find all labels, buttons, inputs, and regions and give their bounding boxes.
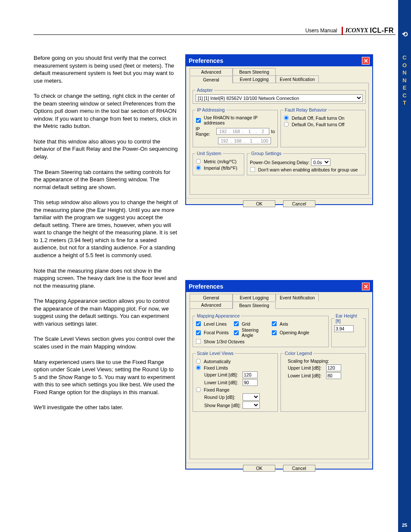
fault-off-radio[interactable]: [284, 115, 289, 121]
body-text: Before going on you should first verify …: [34, 54, 178, 419]
auto-radio[interactable]: [196, 359, 201, 364]
side-c: C: [398, 54, 411, 62]
tab-panel-general: Adapter [1] [1] Intel(R) 82562V 10/100 N…: [190, 83, 369, 195]
use-rhaon-label: Use RHAON to manage IP addresses: [204, 115, 275, 125]
page-header: Users Manual ICONYX ICL-FR: [305, 27, 394, 34]
ok-button[interactable]: OK: [243, 465, 275, 472]
scale-legend: Scale Level Views: [196, 351, 235, 356]
close-icon[interactable]: ✕: [362, 283, 370, 290]
opening-angle-checkbox[interactable]: [272, 330, 277, 335]
tab-row-2: General Event Logging Event Notification: [186, 75, 372, 83]
auto-label: Automatically: [204, 359, 230, 364]
cancel-button[interactable]: Cancel: [283, 465, 315, 472]
ear-height-input[interactable]: [334, 325, 354, 332]
para-1: Before going on you should first verify …: [34, 54, 178, 84]
dialog-titlebar: Preferences ✕: [186, 55, 372, 66]
dont-warn-checkbox[interactable]: [250, 167, 255, 172]
opening-angle-label: Opening Angle: [280, 330, 309, 335]
metric-radio[interactable]: [196, 159, 201, 164]
lower-limit-input[interactable]: [243, 379, 258, 386]
group-settings-group: Group Settings Power-On Sequencing Delay…: [247, 151, 366, 175]
para-8: The Scale Level Views section gives you …: [34, 335, 178, 350]
mapping-appearance-group: Mapping Appearance Level Lines Grid Axis…: [193, 313, 329, 347]
side-e: E: [398, 84, 411, 92]
fixed-limits-radio[interactable]: [196, 365, 201, 370]
tab-event-logging[interactable]: Event Logging: [233, 294, 276, 301]
tab-panel-beam: Mapping Appearance Level Lines Grid Axis…: [190, 308, 369, 459]
metric-label: Metric (m/kg/°C): [204, 159, 237, 164]
para-3: Note that this window also allows you to…: [34, 138, 178, 161]
ip-range-label: IP Range:: [196, 126, 215, 137]
group-legend: Group Settings: [250, 151, 283, 156]
adapter-group: Adapter [1] [1] Intel(R) 82562V 10/100 N…: [193, 87, 366, 104]
product-logo: ICONYX ICL-FR: [342, 27, 394, 34]
tab-beam-steering[interactable]: Beam Steering: [233, 68, 276, 75]
upper-limit-input[interactable]: [243, 371, 258, 378]
para-4: The Beam Steering tab contains the setti…: [34, 168, 178, 191]
tab-event-logging[interactable]: Event Logging: [233, 75, 276, 83]
color-upper-input[interactable]: [326, 364, 341, 371]
tab-general[interactable]: General: [190, 294, 233, 301]
show-octaves-checkbox[interactable]: [196, 339, 201, 344]
side-n2: N: [398, 77, 411, 84]
side-t: T: [398, 99, 411, 107]
steering-angle-checkbox[interactable]: [234, 330, 239, 335]
tab-row-1: Advanced Beam Steering: [186, 66, 372, 75]
cancel-button[interactable]: Cancel: [283, 200, 315, 207]
level-lines-checkbox[interactable]: [196, 321, 201, 327]
preferences-dialog-general: Preferences ✕ Advanced Beam Steering Gen…: [185, 54, 373, 205]
tab-general[interactable]: General: [190, 76, 233, 83]
adapter-select[interactable]: [1] [1] Intel(R) 82562V 10/100 Network C…: [196, 94, 363, 102]
color-legend-group: Color Legend Scaling for Mapping: Upper …: [280, 351, 366, 412]
preferences-dialog-beam-steering: Preferences ✕ General Event Logging Even…: [185, 280, 373, 470]
lower-limit-label: Lower Limit [dB]:: [204, 380, 241, 385]
focal-points-label: Focal Points: [204, 330, 232, 335]
fault-on-label: Default On, Fault turns Off: [292, 122, 344, 127]
header-rule: [34, 34, 395, 35]
adapter-legend: Adapter: [196, 87, 214, 93]
fixed-limits-label: Fixed Limits: [204, 365, 228, 370]
unit-system-group: Unit System Metric (m/kg/°C) Imperial (f…: [193, 151, 244, 175]
dont-warn-label: Don't warn when enabling attributes for …: [258, 167, 358, 172]
ok-button[interactable]: OK: [243, 200, 275, 207]
dialog-title: Preferences: [189, 57, 223, 64]
fault-on-radio[interactable]: [284, 122, 289, 127]
tab-advanced[interactable]: Advanced: [190, 68, 233, 75]
fixed-range-radio[interactable]: [196, 387, 201, 392]
side-strip: ⟲ C O N N E C T 25: [398, 0, 411, 532]
close-icon[interactable]: ✕: [362, 57, 370, 65]
tab-advanced[interactable]: Advanced: [190, 301, 233, 308]
ip-to[interactable]: 192.168.1.100: [218, 137, 271, 144]
grid-checkbox[interactable]: [234, 321, 239, 327]
para-10: We'll investigate the other tabs later.: [34, 404, 178, 411]
fault-relay-group: Fault Relay Behavior Default Off, Fault …: [280, 107, 366, 147]
showrange-select[interactable]: [243, 401, 260, 409]
unit-legend: Unit System: [196, 151, 223, 156]
imperial-radio[interactable]: [196, 165, 201, 171]
tab-event-notification[interactable]: Event Notification: [276, 294, 319, 301]
dialog-buttons: OK Cancel: [186, 463, 372, 475]
scale-level-views-group: Scale Level Views Automatically Fixed Li…: [193, 351, 278, 412]
focal-points-checkbox[interactable]: [196, 330, 201, 335]
show-octaves-label: Show 1/3rd Octaves: [204, 339, 245, 344]
color-legend: Color Legend: [283, 351, 313, 356]
ip-legend: IP Addressing: [196, 107, 226, 112]
ip-addressing-group: IP Addressing Use RHAON to manage IP add…: [193, 107, 278, 147]
use-rhaon-checkbox[interactable]: [196, 118, 201, 123]
logo-iconyx: ICONYX: [346, 27, 368, 34]
side-o: O: [398, 62, 411, 69]
tab-event-notification[interactable]: Event Notification: [276, 75, 319, 83]
color-lower-input[interactable]: [326, 372, 341, 379]
ip-from[interactable]: 192.168.1.2: [216, 128, 269, 135]
tab-row-1b: General Event Logging Event Notification: [186, 292, 372, 301]
delay-select[interactable]: 0.0s: [311, 159, 330, 166]
showrange-label: Show Range [dB]:: [204, 403, 241, 408]
ear-legend: Ear Height [ft]: [334, 313, 363, 324]
side-c2: C: [398, 92, 411, 100]
dialog-title: Preferences: [189, 283, 223, 290]
tab-beam-steering[interactable]: Beam Steering: [233, 302, 276, 309]
axis-checkbox[interactable]: [272, 321, 277, 327]
steering-angle-label: Steering Angle: [242, 327, 270, 338]
roundup-select[interactable]: [243, 393, 260, 401]
fault-legend: Fault Relay Behavior: [283, 107, 328, 112]
